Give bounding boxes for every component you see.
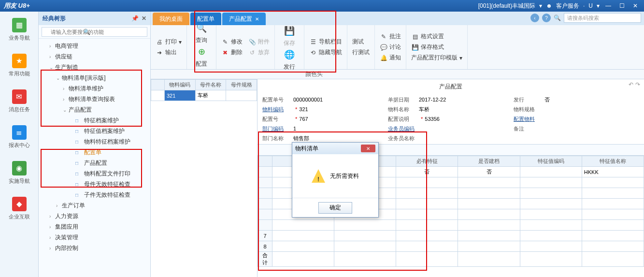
rowtest-button[interactable]: 行测试	[351, 47, 371, 58]
tree-node[interactable]: ›电商管理	[39, 41, 150, 51]
discuss-button[interactable]: 💬讨论	[379, 42, 402, 53]
lbl-mat-code[interactable]: 物料编码	[262, 106, 293, 113]
format-button[interactable]: ▤格式设置	[410, 31, 463, 42]
detail-row[interactable]: 合计	[258, 252, 644, 267]
cell-name[interactable]: 车桥	[195, 90, 226, 101]
tree-node[interactable]: □产品配置	[39, 158, 150, 168]
detail-col[interactable]: 是否建档	[458, 156, 520, 167]
cell-code[interactable]: 321	[165, 90, 196, 101]
tab[interactable]: 产品配置✕	[222, 13, 266, 25]
tree-node[interactable]: ›物料清单查询报表	[39, 94, 150, 104]
tree-node[interactable]: □特征档案维护	[39, 115, 150, 126]
attach-button[interactable]: 📎附件	[247, 37, 271, 47]
tree-node[interactable]: ›内部控制	[39, 243, 150, 253]
tree-node-label: 决策管理	[55, 233, 78, 242]
printer-icon: 🖨	[156, 38, 163, 46]
prev-icon[interactable]: ↶	[629, 81, 633, 88]
rail-item[interactable]: ≣报表中心	[0, 119, 38, 155]
tab[interactable]: 我的桌面	[153, 13, 189, 25]
tree-node[interactable]: □母件无效特征检查	[39, 179, 150, 190]
tree-node[interactable]: □配置单	[39, 147, 150, 158]
rail-item[interactable]: ★常用功能	[0, 47, 38, 83]
modify-button[interactable]: ✎修改	[220, 37, 243, 47]
hide-nav-button[interactable]: ⟲隐藏导航	[308, 47, 343, 58]
tab[interactable]: 配置单	[190, 13, 221, 25]
lbl-cfg-desc: 配置说明	[388, 116, 419, 123]
tree-node[interactable]: ⌄生产制造	[39, 62, 150, 73]
pin-icon[interactable]: 📌	[131, 15, 139, 22]
rail-item[interactable]: ◉实施导航	[0, 155, 38, 190]
tree-search-input[interactable]	[42, 27, 147, 37]
detail-row[interactable]: 7	[258, 231, 644, 241]
test-button[interactable]: 测试	[351, 37, 371, 47]
navbar-button[interactable]: ☰导航栏目	[308, 37, 343, 47]
print-button[interactable]: 🖨打印▾	[155, 37, 183, 47]
publish-button[interactable]: 🌐发行	[279, 47, 300, 71]
dialog-title-bar[interactable]: 物料清单 ✕	[292, 143, 378, 154]
tree-node[interactable]: ⌄物料清单[演示版]	[39, 73, 150, 83]
dropdown-icon[interactable]: ▾	[539, 2, 542, 9]
output-button[interactable]: ➜输出	[155, 47, 183, 58]
next-icon[interactable]: ↷	[635, 81, 640, 88]
close-button[interactable]: ✕	[630, 2, 640, 9]
detail-col[interactable]: 特征值编码	[520, 156, 582, 167]
file-icon: □	[75, 118, 82, 123]
col-parent-spec[interactable]: 母件规格	[226, 80, 257, 90]
delete-button[interactable]: ✖删除	[220, 47, 243, 58]
rail-item[interactable]: ✉消息任务	[0, 83, 38, 119]
lbl-salesman-code[interactable]: 业务员编码	[388, 125, 419, 132]
tree-node[interactable]: □特征值档案维护	[39, 126, 150, 136]
printtpl-button[interactable]: 产品配置打印模版▾	[410, 53, 463, 63]
customer-service-link[interactable]: 客户服务	[556, 2, 579, 10]
minimize-button[interactable]: —	[603, 2, 613, 9]
detail-row[interactable]	[258, 220, 644, 231]
dialog-ok-button[interactable]: 确定	[318, 202, 352, 214]
chat-icon: 💬	[380, 44, 387, 51]
material-grid[interactable]: 物料编码 母件名称 母件规格 321 车桥	[151, 79, 257, 101]
detail-col[interactable]	[258, 156, 272, 167]
col-parent-name[interactable]: 母件名称	[195, 80, 226, 90]
u-menu[interactable]: U	[588, 2, 593, 9]
batch-button[interactable]: ✎批注	[379, 31, 402, 42]
notify-button[interactable]: 🔔通知	[379, 53, 402, 63]
support-icon[interactable]: ☻	[546, 2, 552, 9]
maximize-button[interactable]: ☐	[617, 2, 627, 9]
chevron-icon: ›	[63, 86, 69, 91]
tree-node[interactable]: ⌄产品配置	[39, 104, 150, 115]
rail-icon: ≣	[12, 125, 27, 140]
rail-item[interactable]: ◆企业互联	[0, 190, 38, 226]
tree-node[interactable]: ›人力资源	[39, 211, 150, 221]
barcode-search-input[interactable]: 请搜条码搜索	[564, 13, 641, 23]
tree-node[interactable]: ›生产订单	[39, 200, 150, 211]
cell-spec[interactable]	[226, 90, 257, 101]
tree-node[interactable]: ›集团应用	[39, 221, 150, 232]
detail-col[interactable]: 必有特征	[396, 156, 458, 167]
lbl-dept-code[interactable]: 部门编码	[262, 125, 293, 132]
lbl-cfg-material[interactable]: 配置物料	[514, 116, 544, 123]
tree-node[interactable]: ›物料清单维护	[39, 83, 150, 94]
nav-back-icon[interactable]: ‹	[530, 14, 539, 22]
tree-node[interactable]: □子件无效特征检查	[39, 190, 150, 200]
tree-node[interactable]: □物料配置文件打印	[39, 168, 150, 179]
tree-node[interactable]: ›供应链	[39, 51, 150, 62]
grid-row[interactable]: 321 车桥	[151, 90, 257, 101]
tree-node[interactable]: □物料特征档案维护	[39, 136, 150, 147]
save-button[interactable]: 💾保存	[279, 24, 300, 47]
search-icon[interactable]: 🔍	[554, 15, 561, 21]
col-material-code[interactable]: 物料编码	[165, 80, 196, 90]
note-icon: ✎	[380, 33, 387, 41]
tab-close-icon[interactable]: ✕	[255, 16, 259, 22]
detail-row[interactable]: 8	[258, 241, 644, 252]
org-label: [001](default)丰城国际	[478, 2, 536, 10]
saveformat-icon: 💾	[411, 44, 419, 51]
rail-item[interactable]: ▦业务导航	[0, 12, 38, 47]
dialog-close-icon[interactable]: ✕	[361, 145, 375, 152]
tree-node-label: 内部控制	[55, 244, 78, 252]
tree-node[interactable]: ›决策管理	[39, 232, 150, 243]
detail-col[interactable]: 特征值名称	[582, 156, 644, 167]
val-bill-date: 2017-12-22	[419, 97, 446, 102]
discard-button[interactable]: ↺放弃	[247, 47, 271, 58]
saveformat-button[interactable]: 💾保存格式	[410, 42, 463, 53]
tree-close-icon[interactable]: ✕	[142, 15, 146, 22]
help-icon[interactable]: ?	[542, 14, 551, 22]
